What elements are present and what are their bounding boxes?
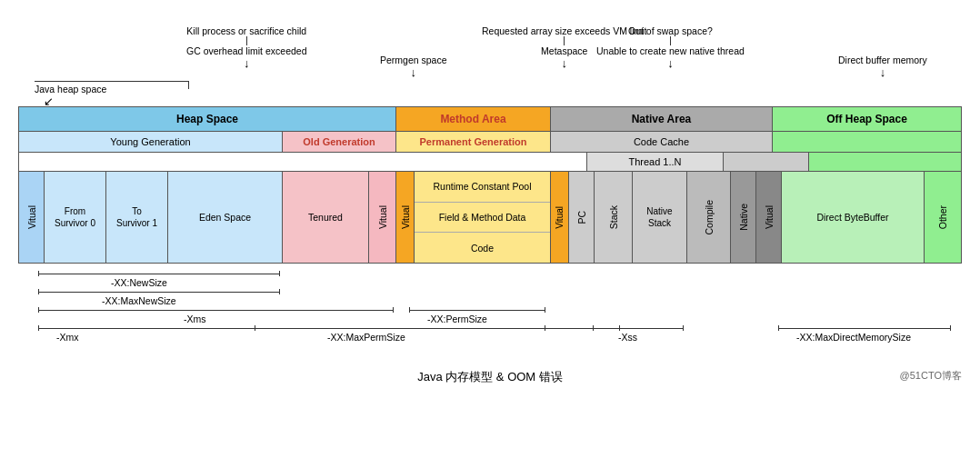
cell-field-method: Field & Method Data [415,203,550,234]
thread-spacer-right [809,153,961,171]
anno-kill: Kill process or sacrifice child [186,25,306,36]
memory-diagram: Heap Space Method Area Native Area Off H… [18,106,962,264]
young-gen-header: Young Generation [19,132,283,152]
label-maxdirect: -XX:MaxDirectMemorySize [778,332,951,343]
top-annotations: Java heap space ↙ Kill process or sacrif… [18,9,962,105]
cell-native: Native [731,172,756,263]
label-maxnewsize: -XX:MaxNewSize [38,295,280,306]
label-maxpermsize: -XX:MaxPermSize [255,332,545,343]
label-permsize: -XX:PermSize [409,314,545,324]
cell-code: Code [415,233,550,263]
sub-section-headers: Young Generation Old Generation Permanen… [19,132,961,153]
cell-virtual-method-right: Vitual [551,172,569,263]
code-cache-header: Code Cache [551,132,773,152]
heap-space-header: Heap Space [19,107,396,131]
cell-virtual-method: Vitual [396,172,415,263]
cell-compile: Compile [687,172,731,263]
anno-swap: Out of swap space? [628,25,713,36]
cell-virtual-native: Vitual [756,172,782,263]
footer-title: Java 内存模型 & OOM 错误 [417,370,563,383]
cell-virtual-young: Vitual [19,172,45,263]
thread-row: Thread 1..N [19,153,961,172]
anno-permgen: Permgen space [380,55,447,65]
method-sub-cells: Runtime Constant Pool Field & Method Dat… [415,172,551,263]
offheap-header: Off Heap Space [773,107,961,131]
old-gen-header: Old Generation [283,132,396,152]
cell-other: Other [925,172,961,263]
label-xms: -Xms [38,314,394,324]
cell-tenured: Tenured [283,172,369,263]
cell-direct: Direct ByteBuffer [782,172,925,263]
cell-to-survivor: ToSurvivor 1 [106,172,168,263]
method-area-header: Method Area [396,107,551,131]
section-headers: Heap Space Method Area Native Area Off H… [19,107,961,132]
thread-label: Thread 1..N [587,153,724,171]
cell-eden: Eden Space [168,172,283,263]
cell-pc: PC [569,172,595,263]
perm-gen-header: Permanent Generation [396,132,551,152]
native-area-header: Native Area [551,107,773,131]
cell-virtual-old: Vitual [369,172,396,263]
offheap-sub-header [773,132,961,152]
cell-from-survivor: FromSurvivor 0 [45,172,106,263]
brand-label: @51CTO博客 [900,369,962,383]
content-row: Vitual FromSurvivor 0 ToSurvivor 1 Eden … [19,172,961,263]
label-newsize: -XX:NewSize [38,277,280,288]
label-xss: -Xss [593,332,684,343]
cell-runtime-pool: Runtime Constant Pool [415,172,550,203]
anno-java-heap: Java heap space [35,84,106,95]
cell-stack: Stack [595,172,633,263]
cell-native-stack: NativeStack [633,172,687,263]
thread-spacer-left [19,153,587,171]
anno-direct: Direct buffer memory [838,55,927,65]
footer: Java 内存模型 & OOM 错误 @51CTO博客 [18,369,962,385]
bottom-annotations: -XX:NewSize -XX:MaxNewSize -Xms [18,269,962,360]
